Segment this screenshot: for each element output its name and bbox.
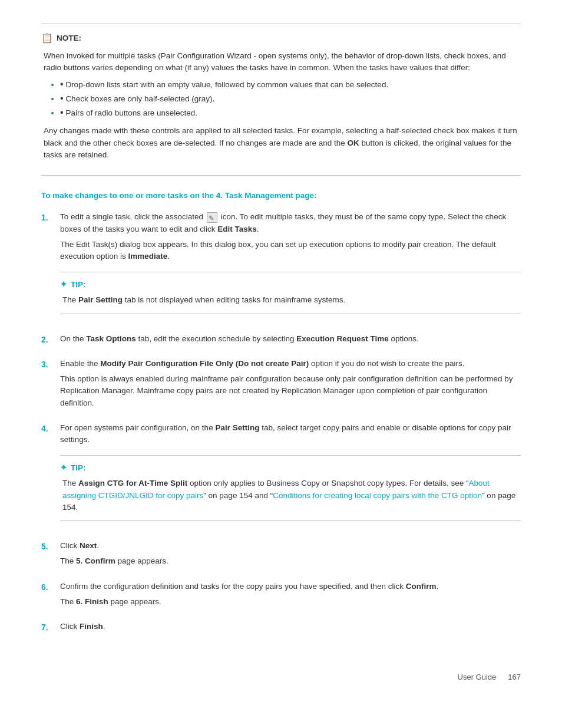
tip-2-header: ✦ TIP: — [60, 462, 521, 474]
note-bullet-3: • Pairs of radio buttons are unselected. — [60, 107, 521, 119]
note-bullet-2: • Check boxes are only half-selected (gr… — [60, 93, 521, 105]
step-5-num: 5. — [41, 540, 53, 553]
step-6-text: Confirm the configuration definition and… — [60, 581, 521, 592]
step-5-content: Click Next. The 5. Confirm page appears. — [60, 540, 521, 571]
note-block: 📋 NOTE: When invoked for multiple tasks … — [41, 24, 521, 176]
tip-1-body: The Pair Setting tab is not displayed wh… — [60, 294, 521, 306]
step-3-text: Enable the Modify Pair Configuration Fil… — [60, 358, 521, 370]
step-3-content: Enable the Modify Pair Configuration Fil… — [60, 358, 521, 413]
step-1: 1. To edit a single task, click the asso… — [41, 211, 521, 323]
step-4-text: For open systems pair configuration, on … — [60, 422, 521, 446]
step-7-num: 7. — [41, 621, 53, 634]
step-7: 7. Click Finish. — [41, 621, 521, 636]
note-body: When invoked for multiple tasks (Pair Co… — [41, 50, 521, 161]
steps-list: 1. To edit a single task, click the asso… — [41, 211, 521, 636]
footer-page: 167 — [508, 671, 521, 683]
step-2-num: 2. — [41, 333, 53, 346]
step-7-content: Click Finish. — [60, 621, 521, 636]
step-4-num: 4. — [41, 422, 53, 435]
step-1-num: 1. — [41, 211, 53, 224]
step-5: 5. Click Next. The 5. Confirm page appea… — [41, 540, 521, 571]
tip-1-header: ✦ TIP: — [60, 278, 521, 291]
tip-1-block: ✦ TIP: The Pair Setting tab is not displ… — [60, 272, 521, 314]
step-4-content: For open systems pair configuration, on … — [60, 422, 521, 531]
note-intro: When invoked for multiple tasks (Pair Co… — [44, 50, 521, 74]
step-6: 6. Confirm the configuration definition … — [41, 581, 521, 612]
step-7-text: Click Finish. — [60, 621, 521, 633]
step-6-num: 6. — [41, 581, 53, 594]
tip2-link2[interactable]: Conditions for creating local copy pairs… — [273, 491, 482, 500]
note-bullet-1: • Drop-down lists start with an empty va… — [60, 79, 521, 91]
footer-label: User Guide — [458, 671, 497, 683]
step-6-sub: The 6. Finish page appears. — [60, 596, 521, 608]
step-3: 3. Enable the Modify Pair Configuration … — [41, 358, 521, 413]
step-5-sub: The 5. Confirm page appears. — [60, 555, 521, 567]
note-label: NOTE: — [57, 32, 81, 44]
step-2: 2. On the Task Options tab, edit the exe… — [41, 333, 521, 348]
note-icon: 📋 — [41, 31, 53, 45]
tip-2-block: ✦ TIP: The Assign CTG for At-Time Split … — [60, 455, 521, 521]
note-followup: Any changes made with these controls are… — [44, 125, 521, 161]
step-2-content: On the Task Options tab, edit the execut… — [60, 333, 521, 348]
footer: User Guide 167 — [41, 671, 521, 683]
tip-sun-icon-2: ✦ — [60, 462, 67, 474]
step-1-content: To edit a single task, click the associa… — [60, 211, 521, 323]
tip-sun-icon-1: ✦ — [60, 278, 67, 291]
step-1-sub: The Edit Task(s) dialog box appears. In … — [60, 239, 521, 263]
step-5-text: Click Next. — [60, 540, 521, 552]
step-2-text: On the Task Options tab, edit the execut… — [60, 333, 521, 345]
note-header: 📋 NOTE: — [41, 31, 521, 45]
step-6-content: Confirm the configuration definition and… — [60, 581, 521, 612]
note-bullets-list: • Drop-down lists start with an empty va… — [60, 79, 521, 120]
tip-1-label: TIP: — [71, 279, 86, 291]
tip-2-label: TIP: — [71, 462, 86, 474]
tip-2-body: The Assign CTG for At-Time Split option … — [60, 477, 521, 513]
step-3-sub: This option is always enabled during mai… — [60, 373, 521, 409]
step-1-text: To edit a single task, click the associa… — [60, 211, 521, 235]
step-4: 4. For open systems pair configuration, … — [41, 422, 521, 531]
edit-task-icon — [207, 212, 217, 223]
section-heading: To make changes to one or more tasks on … — [41, 190, 521, 202]
step-3-num: 3. — [41, 358, 53, 371]
